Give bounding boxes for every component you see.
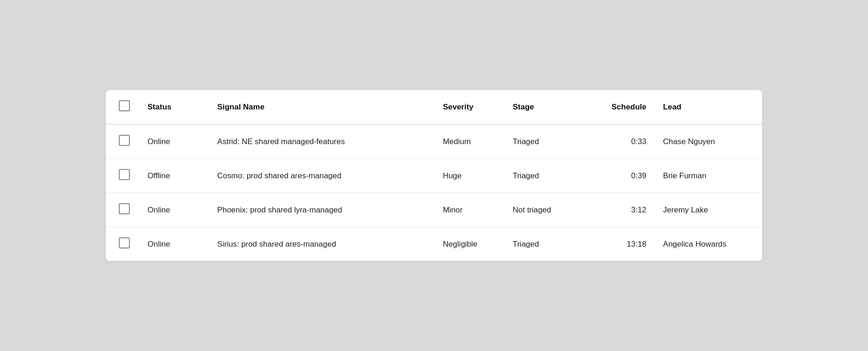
signals-table-container: Status Signal Name Severity Stage Schedu… [106,90,762,261]
header-checkbox-cell [106,90,139,124]
header-status: Status [139,90,209,124]
row-lead: Angelica Howards [655,227,762,261]
header-stage: Stage [504,90,585,124]
row-stage: Triaged [504,124,585,159]
row-signal-name: Cosmo: prod shared ares-managed [209,159,434,193]
row-checkbox-cell [106,124,139,159]
row-checkbox-2[interactable] [119,169,130,180]
row-lead: Brie Furman [655,159,762,193]
row-checkbox-cell [106,227,139,261]
row-severity: Medium [434,124,504,159]
row-checkbox-cell [106,159,139,193]
row-status: Online [139,193,209,227]
row-schedule: 13:18 [585,227,655,261]
table-row: Online Sirius: prod shared ares-managed … [106,227,762,261]
row-signal-name: Astrid: NE shared managed-features [209,124,434,159]
table-row: Online Phoenix: prod shared lyra-managed… [106,193,762,227]
row-signal-name: Sirius: prod shared ares-managed [209,227,434,261]
row-stage: Not triaged [504,193,585,227]
header-schedule: Schedule [585,90,655,124]
table-row: Online Astrid: NE shared managed-feature… [106,124,762,159]
row-schedule: 0:39 [585,159,655,193]
row-lead: Jeremy Lake [655,193,762,227]
row-status: Online [139,227,209,261]
row-checkbox-1[interactable] [119,135,130,146]
table-header-row: Status Signal Name Severity Stage Schedu… [106,90,762,124]
select-all-checkbox[interactable] [119,100,130,111]
row-schedule: 3:12 [585,193,655,227]
row-status: Offline [139,159,209,193]
row-status: Online [139,124,209,159]
table-body: Online Astrid: NE shared managed-feature… [106,124,762,261]
row-checkbox-cell [106,193,139,227]
row-stage: Triaged [504,227,585,261]
row-lead: Chase Nguyen [655,124,762,159]
row-severity: Minor [434,193,504,227]
header-lead: Lead [655,90,762,124]
signals-table: Status Signal Name Severity Stage Schedu… [106,90,762,261]
row-checkbox-3[interactable] [119,203,130,214]
row-checkbox-4[interactable] [119,237,130,248]
row-severity: Negligible [434,227,504,261]
table-row: Offline Cosmo: prod shared ares-managed … [106,159,762,193]
header-signal-name: Signal Name [209,90,434,124]
row-stage: Triaged [504,159,585,193]
row-severity: Huge [434,159,504,193]
row-signal-name: Phoenix: prod shared lyra-managed [209,193,434,227]
row-schedule: 0:33 [585,124,655,159]
header-severity: Severity [434,90,504,124]
